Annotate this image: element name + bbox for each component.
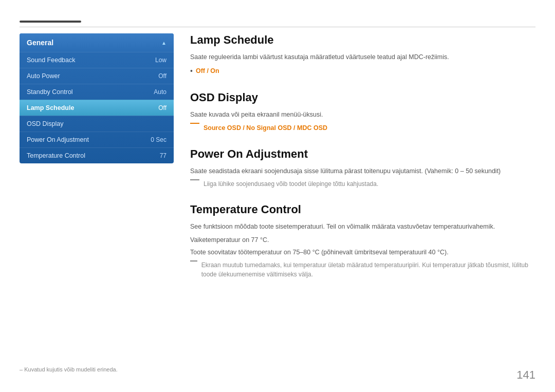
osd-display-note-line: Source OSD / No Signal OSD / MDC OSD — [190, 123, 535, 133]
section-temperature-control: Temperature Control See funktsioon mõõda… — [190, 203, 535, 279]
temperature-body-text: See funktsioon mõõdab toote sisetemperat… — [190, 223, 495, 230]
main-content: Lamp Schedule Saate reguleerida lambi vä… — [190, 33, 535, 361]
section-title-osd-display: OSD Display — [190, 91, 535, 104]
sidebar-item-osd-display[interactable]: OSD Display — [20, 116, 174, 132]
power-on-body-text: Saate seadistada ekraani soojendusaja si… — [190, 167, 501, 175]
sidebar-item-label: Sound Feedback — [27, 57, 76, 64]
temperature-divider-icon — [190, 260, 197, 262]
sidebar-item-label: Standby Control — [27, 88, 73, 96]
power-on-note-text: Liiga lühike soojendusaeg võib toodet ül… — [203, 179, 378, 189]
sidebar-item-lamp-schedule[interactable]: Lamp Schedule Off — [20, 100, 174, 116]
footnote-text: – Kuvatud kujutis võib mudeliti erineda. — [20, 366, 118, 372]
sidebar-item-value: Low — [155, 57, 166, 64]
section-power-on-adjustment: Power On Adjustment Saate seadistada ekr… — [190, 147, 535, 189]
bullet-dot-icon: • — [190, 65, 193, 77]
sidebar-item-power-on-adjustment[interactable]: Power On Adjustment 0 Sec — [20, 132, 174, 147]
sidebar-item-standby-control[interactable]: Standby Control Auto — [20, 84, 174, 100]
section-body-osd-display: Saate kuvada või peita ekraanil menüü-ük… — [190, 109, 535, 133]
sidebar-item-temperature-control[interactable]: Temperature Control 77 — [20, 147, 174, 163]
sidebar-item-sound-feedback[interactable]: Sound Feedback Low — [20, 52, 174, 68]
page-number-text: 141 — [516, 368, 535, 381]
page-number: 141 — [516, 368, 535, 382]
temperature-subtext1-text: Vaiketemperatuur on 77 °C. — [190, 236, 269, 244]
sidebar-item-value: Auto — [154, 88, 166, 96]
osd-display-body-text: Saate kuvada või peita ekraanil menüü-ük… — [190, 111, 323, 118]
osd-divider-icon — [190, 123, 199, 124]
osd-display-highlight: Source OSD / No Signal OSD / MDC OSD — [203, 123, 327, 133]
sidebar-item-auto-power[interactable]: Auto Power Off — [20, 68, 174, 84]
temperature-subtext2-text: Toote soovitatav töötemperatuur on 75–80… — [190, 249, 449, 256]
sidebar-header-label: General — [27, 39, 53, 47]
sidebar-item-value: 77 — [160, 152, 166, 159]
sidebar-item-label: Lamp Schedule — [27, 104, 74, 111]
section-title-power-on-adjustment: Power On Adjustment — [190, 147, 535, 161]
section-osd-display: OSD Display Saate kuvada või peita ekraa… — [190, 91, 535, 133]
section-body-temperature-control: See funktsioon mõõdab toote sisetemperat… — [190, 221, 535, 279]
sidebar-item-label: OSD Display — [27, 120, 64, 127]
section-title-temperature-control: Temperature Control — [190, 203, 535, 216]
lamp-schedule-body-text: Saate reguleerida lambi väärtust kasutaj… — [190, 53, 449, 61]
temperature-note-line: Ekraan muutub tumedamaks, kui temperatuu… — [190, 260, 535, 279]
sidebar-item-label: Auto Power — [27, 72, 60, 80]
lamp-schedule-bullet: • Off / On — [190, 65, 535, 77]
section-title-lamp-schedule: Lamp Schedule — [190, 33, 535, 47]
power-on-divider-icon — [190, 179, 199, 180]
top-bar — [20, 21, 81, 23]
sidebar-item-label: Power On Adjustment — [27, 136, 89, 143]
sidebar-header-arrow: ▲ — [161, 40, 166, 46]
power-on-note-line: Liiga lühike soojendusaeg võib toodet ül… — [190, 179, 535, 189]
section-body-lamp-schedule: Saate reguleerida lambi väärtust kasutaj… — [190, 52, 535, 77]
temperature-subtext2: Toote soovitatav töötemperatuur on 75–80… — [190, 247, 535, 257]
bottom-footnote: – Kuvatud kujutis võib mudeliti erineda. — [20, 366, 118, 372]
temperature-note-text: Ekraan muutub tumedamaks, kui temperatuu… — [201, 260, 535, 279]
top-line — [20, 27, 535, 27]
sidebar-item-value: Off — [158, 72, 166, 80]
section-body-power-on-adjustment: Saate seadistada ekraani soojendusaja si… — [190, 166, 535, 189]
lamp-schedule-highlight: Off / On — [196, 66, 219, 76]
sidebar-item-label: Temperature Control — [27, 152, 85, 159]
sidebar-header: General ▲ — [20, 33, 174, 52]
sidebar: General ▲ Sound Feedback Low Auto Power … — [20, 33, 174, 163]
sidebar-item-value: 0 Sec — [151, 136, 166, 143]
temperature-subtext1: Vaiketemperatuur on 77 °C. — [190, 235, 535, 245]
sidebar-item-value: Off — [158, 104, 166, 111]
section-lamp-schedule: Lamp Schedule Saate reguleerida lambi vä… — [190, 33, 535, 77]
